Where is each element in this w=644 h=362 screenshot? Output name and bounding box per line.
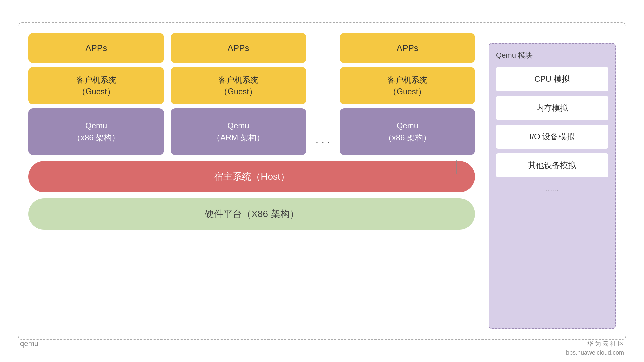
module-item-other: 其他设备模拟 xyxy=(496,153,608,177)
footer-left-label: qemu xyxy=(20,339,38,357)
guest-box-1: 客户机系统（Guest） xyxy=(28,67,164,104)
main-diagram: APPs 客户机系统（Guest） Qemu（x86 架构） APPs 客户机系… xyxy=(18,22,626,340)
left-section: APPs 客户机系统（Guest） Qemu（x86 架构） APPs 客户机系… xyxy=(28,33,475,329)
module-item-cpu: CPU 模拟 xyxy=(496,67,608,91)
guest-box-2: 客户机系统（Guest） xyxy=(171,67,306,104)
qemu-module-title: Qemu 模块 xyxy=(496,50,608,60)
qemu-box-3: Qemu（x86 架构） xyxy=(340,108,475,155)
host-bar: 宿主系统（Host） xyxy=(28,161,475,192)
app-box-3: APPs xyxy=(340,33,475,63)
footer-row: qemu 华 为 云 社 区 bbs.huaweicloud.com xyxy=(0,339,644,357)
app-box-1: APPs xyxy=(28,33,164,63)
guest-col-2: APPs 客户机系统（Guest） Qemu（ARM 架构） xyxy=(171,33,306,155)
guests-qemu-row: APPs 客户机系统（Guest） Qemu（x86 架构） APPs 客户机系… xyxy=(28,33,475,155)
guest-box-3: 客户机系统（Guest） xyxy=(340,67,475,104)
module-item-memory: 内存模拟 xyxy=(496,96,608,120)
guest-col-3: APPs 客户机系统（Guest） Qemu（x86 架构） xyxy=(340,33,475,155)
qemu-box-1: Qemu（x86 架构） xyxy=(28,108,164,155)
dots-separator: · · · xyxy=(313,136,333,155)
footer-brand: 华 为 云 社 区 bbs.huaweicloud.com xyxy=(566,339,624,357)
qemu-box-2: Qemu（ARM 架构） xyxy=(171,108,306,155)
right-section: Qemu 模块 CPU 模拟 内存模拟 I/O 设备模拟 其他设备模拟 ....… xyxy=(489,33,616,329)
module-item-io: I/O 设备模拟 xyxy=(496,125,608,149)
guest-col-1: APPs 客户机系统（Guest） Qemu（x86 架构） xyxy=(28,33,164,155)
app-box-2: APPs xyxy=(171,33,306,63)
qemu-module-box: Qemu 模块 CPU 模拟 内存模拟 I/O 设备模拟 其他设备模拟 ....… xyxy=(489,43,616,329)
module-dots: ...... xyxy=(496,182,608,195)
hardware-bar: 硬件平台（X86 架构） xyxy=(28,198,475,230)
